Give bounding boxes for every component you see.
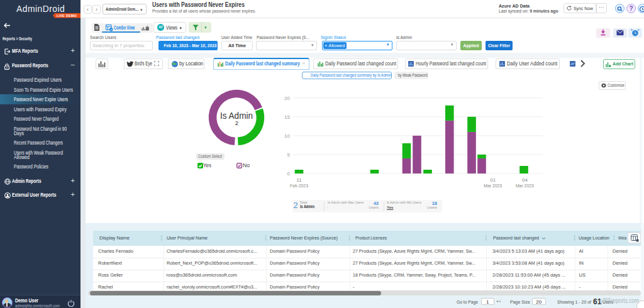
svg-text:Feb 2023: Feb 2023 xyxy=(290,183,308,189)
svg-text:01: 01 xyxy=(490,177,496,183)
svg-text:5: 5 xyxy=(287,152,291,158)
svg-text:20: 20 xyxy=(284,96,290,101)
svg-text:Mar 2023: Mar 2023 xyxy=(484,183,502,189)
svg-text:10: 10 xyxy=(284,133,290,139)
svg-text:Mar 2023: Mar 2023 xyxy=(516,183,534,189)
svg-text:15: 15 xyxy=(284,114,290,120)
svg-text:0: 0 xyxy=(287,171,291,177)
svg-text:04: 04 xyxy=(522,177,528,183)
svg-text:11: 11 xyxy=(296,177,302,183)
